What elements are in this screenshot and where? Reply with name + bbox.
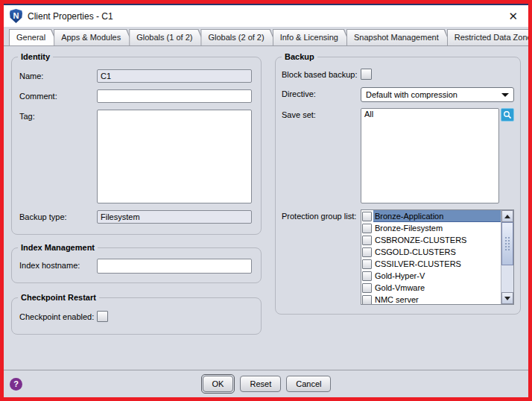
name-label: Name: <box>19 69 97 80</box>
title-bar: N Client Properties - C1 ✕ <box>4 5 528 27</box>
directive-label: Directive: <box>282 87 361 98</box>
protection-group-list: Bronze-Application Bronze-Filesystem CSB… <box>361 209 514 305</box>
identity-group-title: Identity <box>18 52 53 62</box>
checkpoint-restart-group-title: Checkpoint Restart <box>18 293 99 303</box>
item-checkbox[interactable] <box>362 259 372 269</box>
window-title: Client Properties - C1 <box>28 11 505 22</box>
tab-globals-2[interactable]: Globals (2 of 2) <box>200 29 276 45</box>
backup-type-label: Backup type: <box>19 210 97 221</box>
item-checkbox[interactable] <box>362 247 372 257</box>
protection-group-list-label: Protection group list: <box>282 209 361 221</box>
search-icon <box>503 110 512 119</box>
logo-letter: N <box>13 12 19 20</box>
cancel-button[interactable]: Cancel <box>286 376 331 392</box>
directive-value: Default with compression <box>366 90 501 99</box>
right-column: Backup Block based backup: Directive: De… <box>275 57 521 370</box>
left-column: Identity Name: Comment: Tag: Backup type… <box>11 57 262 370</box>
tab-general[interactable]: General <box>9 29 58 45</box>
ok-button[interactable]: OK <box>203 376 234 392</box>
checkpoint-enabled-label: Checkpoint enabled: <box>19 310 97 321</box>
save-set-browse-button[interactable] <box>501 108 514 121</box>
backup-type-field[interactable] <box>97 210 252 224</box>
scroll-down-button[interactable] <box>501 292 513 304</box>
list-item-gold-hyper-v[interactable]: Gold-Hyper-V <box>361 270 501 282</box>
footer-bar: ? OK Reset Cancel <box>4 370 528 397</box>
scrollbar-thumb[interactable] <box>501 222 513 265</box>
save-set-field[interactable]: All <box>361 108 499 203</box>
reset-button[interactable]: Reset <box>240 376 281 392</box>
scroll-up-button[interactable] <box>501 210 513 222</box>
name-field[interactable] <box>97 69 252 83</box>
item-checkbox[interactable] <box>362 236 372 245</box>
backup-group-title: Backup <box>282 52 317 62</box>
list-item-csgold-clusters[interactable]: CSGOLD-CLUSTERS <box>361 246 501 258</box>
block-based-backup-label: Block based backup: <box>282 68 361 79</box>
index-hostname-field[interactable] <box>97 259 252 274</box>
button-row: OK Reset Cancel <box>4 374 528 394</box>
tab-globals-1[interactable]: Globals (1 of 2) <box>129 29 205 45</box>
identity-group: Identity Name: Comment: Tag: Backup type… <box>11 57 262 235</box>
list-item-nmc-server[interactable]: NMC server <box>361 294 501 304</box>
tab-apps-modules[interactable]: Apps & Modules <box>54 29 133 45</box>
item-checkbox[interactable] <box>362 295 372 305</box>
list-item-bronze-filesystem[interactable]: Bronze-Filesystem <box>361 222 501 234</box>
checkpoint-enabled-checkbox[interactable] <box>97 311 108 322</box>
arrow-down-icon <box>504 297 510 300</box>
index-hostname-label: Index hostname: <box>19 259 97 270</box>
tab-bar: General Apps & Modules Globals (1 of 2) … <box>4 27 528 46</box>
protection-list-scrollbar[interactable] <box>501 210 513 304</box>
networker-logo-icon: N <box>10 9 22 23</box>
default-button-outline: OK <box>201 374 235 394</box>
tag-field[interactable] <box>97 110 252 203</box>
protection-group-rows: Bronze-Application Bronze-Filesystem CSB… <box>361 210 501 304</box>
arrow-up-icon <box>504 215 510 218</box>
scrollbar-track[interactable] <box>501 222 513 292</box>
comment-label: Comment: <box>19 89 97 101</box>
list-item-csbronze-clusters[interactable]: CSBRONZE-CLUSTERS <box>361 234 501 246</box>
tag-label: Tag: <box>19 110 97 121</box>
backup-group: Backup Block based backup: Directive: De… <box>275 57 521 315</box>
checkpoint-restart-group: Checkpoint Restart Checkpoint enabled: <box>11 297 262 335</box>
block-based-backup-checkbox[interactable] <box>361 69 372 80</box>
list-item-cssilver-clusters[interactable]: CSSILVER-CLUSTERS <box>361 258 501 270</box>
index-management-group: Index Management Index hostname: <box>11 247 262 283</box>
index-management-group-title: Index Management <box>18 243 98 253</box>
save-set-label: Save set: <box>282 108 361 119</box>
item-checkbox[interactable] <box>362 212 372 221</box>
list-item-bronze-application[interactable]: Bronze-Application <box>361 210 501 222</box>
tab-info-licensing[interactable]: Info & Licensing <box>273 29 351 45</box>
client-properties-dialog: N Client Properties - C1 ✕ General Apps … <box>0 0 532 401</box>
list-item-gold-vmware[interactable]: Gold-Vmware <box>361 282 501 294</box>
item-checkbox[interactable] <box>362 283 372 293</box>
item-checkbox[interactable] <box>362 271 372 281</box>
item-checkbox[interactable] <box>362 224 372 233</box>
general-tab-panel: Identity Name: Comment: Tag: Backup type… <box>4 46 528 370</box>
close-icon[interactable]: ✕ <box>505 9 521 23</box>
comment-field[interactable] <box>97 89 252 103</box>
directive-dropdown[interactable]: Default with compression <box>361 87 514 102</box>
chevron-down-icon <box>501 93 509 97</box>
tab-restricted-data-zones[interactable]: Restricted Data Zones <box>447 29 532 45</box>
tab-snapshot-management[interactable]: Snapshot Management <box>346 29 452 45</box>
